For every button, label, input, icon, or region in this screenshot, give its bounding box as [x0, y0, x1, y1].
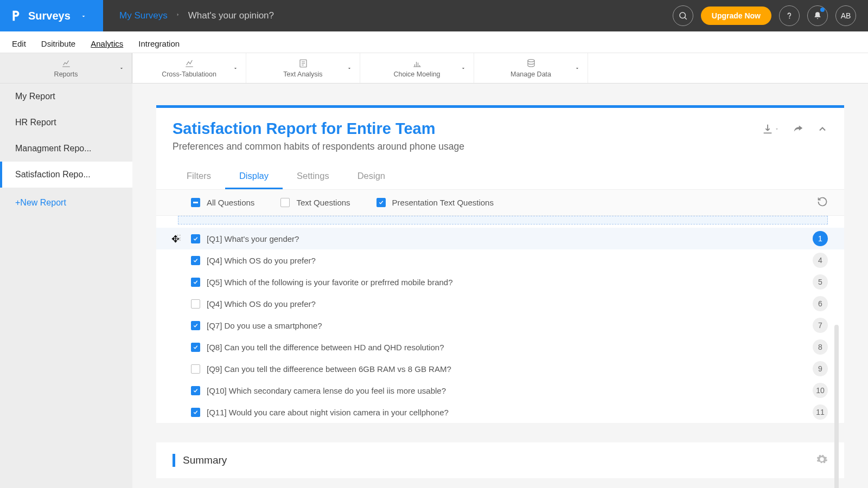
gear-icon [816, 453, 828, 465]
question-row[interactable]: ⠿[Q7] Do you use a smartphone?7 [156, 314, 844, 336]
reports-chart-icon [60, 59, 72, 68]
analytics-toolbar: Reports Cross-Tabulatioon Text Analysis … [0, 53, 868, 84]
search-button[interactable] [673, 5, 693, 26]
notifications-button[interactable] [807, 5, 828, 26]
checkbox-checked-icon[interactable] [191, 234, 200, 243]
checkbox-checked-icon[interactable] [191, 343, 200, 352]
crosstab-chart-icon [183, 59, 195, 68]
topbar: Surveys My Surveys What's your opinion? … [0, 0, 868, 31]
question-row[interactable]: ⠿[Q8] Can you tell the difference betwee… [156, 336, 844, 358]
tab-edit[interactable]: Edit [4, 35, 34, 53]
tab-analytics[interactable]: Analytics [83, 35, 131, 53]
filter-presentation-text[interactable]: Presentation Text Questions [376, 198, 494, 207]
tab-integration[interactable]: Intregration [131, 35, 187, 53]
checkbox-checked-icon[interactable] [191, 408, 200, 417]
question-label: [Q1] What's your gender? [207, 234, 299, 243]
share-icon [792, 123, 804, 135]
body: My Report HR Report Managment Repo... Sa… [0, 84, 868, 488]
question-row[interactable]: ⠿[Q11] Would you care about night vision… [156, 401, 844, 423]
brand-menu[interactable]: Surveys [0, 0, 103, 31]
tool-crosstab[interactable]: Cross-Tabulatioon [132, 53, 246, 83]
topbar-actions: Upgrade Now AB [673, 5, 868, 26]
chevron-down-icon [347, 63, 352, 73]
inner-tab-filters[interactable]: Filters [173, 164, 225, 189]
sidebar-new-report[interactable]: +New Report [0, 188, 132, 218]
chevron-down-icon [775, 127, 779, 131]
summary-settings-button[interactable] [816, 453, 828, 467]
tool-choice-modeling[interactable]: Choice Moeling [360, 53, 474, 83]
tab-distribute[interactable]: Dsitribute [34, 35, 83, 53]
text-analysis-icon [298, 59, 309, 68]
question-label: [Q11] Would you care about night vision … [207, 408, 449, 417]
svg-point-0 [680, 12, 686, 18]
sidebar-item-management-report[interactable]: Managment Repo... [0, 136, 132, 162]
checkbox-checked-icon[interactable] [191, 278, 200, 287]
filter-label: All Questions [207, 198, 254, 207]
reset-icon [817, 196, 828, 207]
checkbox-checked-icon[interactable] [191, 386, 200, 395]
question-row[interactable]: ⠿[Q4] Which OS do you prefer?6 [156, 293, 844, 314]
question-label: [Q4] Which OS do you prefer? [207, 299, 316, 309]
question-type-filters: All Questions Text Questions Presentatio… [156, 190, 844, 216]
brand-label: Surveys [28, 10, 71, 22]
question-row[interactable]: ⠿[Q9] Can you tell the diffeerence betwe… [156, 358, 844, 380]
sidebar-item-satisfaction-report[interactable]: Satisfaction Repo... [0, 162, 132, 188]
choice-modeling-icon [411, 59, 423, 68]
inner-tab-design[interactable]: Design [343, 164, 399, 189]
main-content: Satisfaction Report for Entire Team Pref… [132, 84, 868, 488]
reset-button[interactable] [817, 196, 828, 209]
drag-handle-icon[interactable]: ⠿ [176, 234, 182, 243]
summary-card: Summary [156, 442, 844, 478]
question-icon [786, 11, 793, 21]
filter-text-questions[interactable]: Text Questions [280, 198, 350, 207]
chevron-down-icon [461, 63, 466, 73]
report-header: Satisfaction Report for Entire Team [156, 120, 844, 138]
question-order-badge: 7 [813, 318, 828, 333]
question-row[interactable]: ⠿[Q4] Which OS do you prefer?4 [156, 249, 844, 271]
share-button[interactable] [792, 120, 804, 138]
user-avatar[interactable]: AB [835, 5, 856, 26]
filter-all-questions[interactable]: All Questions [191, 198, 254, 207]
tool-reports[interactable]: Reports [0, 53, 132, 83]
question-row[interactable]: ⠿[Q5] Which of the following is your fav… [156, 271, 844, 293]
sidebar-item-my-report[interactable]: My Report [0, 84, 132, 110]
checkbox-unchecked-icon[interactable] [191, 364, 200, 374]
report-card: Satisfaction Report for Entire Team Pref… [156, 105, 844, 423]
checkbox-checked-icon [376, 198, 386, 207]
help-button[interactable] [779, 5, 800, 26]
report-title: Satisfaction Report for Entire Team [173, 120, 436, 138]
checkbox-checked-icon[interactable] [191, 321, 200, 330]
question-order-badge: 8 [813, 339, 828, 355]
tool-label: Cross-Tabulatioon [162, 70, 216, 78]
tool-label: Text Analysis [283, 70, 322, 78]
sidebar: My Report HR Report Managment Repo... Sa… [0, 84, 132, 488]
tool-text-analysis[interactable]: Text Analysis [246, 53, 360, 83]
checkbox-checked-icon[interactable] [191, 256, 200, 265]
tool-label: Choice Moeling [393, 70, 440, 78]
download-button[interactable] [762, 120, 779, 138]
question-list: ✥⠿[Q1] What's your gender?1⠿[Q4] Which O… [156, 216, 844, 423]
scrollbar[interactable] [834, 325, 839, 488]
chevron-up-icon [817, 124, 828, 134]
sidebar-item-hr-report[interactable]: HR Report [0, 110, 132, 136]
inner-tab-settings[interactable]: Settings [283, 164, 343, 189]
report-actions [762, 120, 828, 138]
tool-manage-data[interactable]: Manage Data [474, 53, 588, 83]
primary-tabs: Edit Dsitribute Analytics Intregration [0, 31, 868, 53]
question-order-badge: 1 [813, 231, 828, 246]
collapse-button[interactable] [817, 120, 828, 138]
summary-title: Summary [183, 454, 227, 466]
report-subtitle: Preferences and common habits of respond… [156, 141, 844, 152]
checkbox-unchecked-icon[interactable] [191, 299, 200, 309]
checkbox-unchecked-icon [280, 198, 290, 207]
question-label: [Q8] Can you tell the difference between… [207, 343, 444, 352]
inner-tab-display[interactable]: Display [225, 164, 283, 189]
drop-target[interactable] [178, 216, 828, 224]
question-label: [Q7] Do you use a smartphone? [207, 321, 322, 330]
question-row[interactable]: ✥⠿[Q1] What's your gender?1 [156, 228, 844, 249]
upgrade-button[interactable]: Upgrade Now [701, 7, 771, 25]
breadcrumb-root[interactable]: My Surveys [119, 10, 168, 21]
checkbox-indeterminate-icon [191, 198, 200, 207]
question-row[interactable]: ⠿[Q10] Which secondary camera lense do y… [156, 380, 844, 401]
tool-label: Manage Data [510, 70, 551, 78]
